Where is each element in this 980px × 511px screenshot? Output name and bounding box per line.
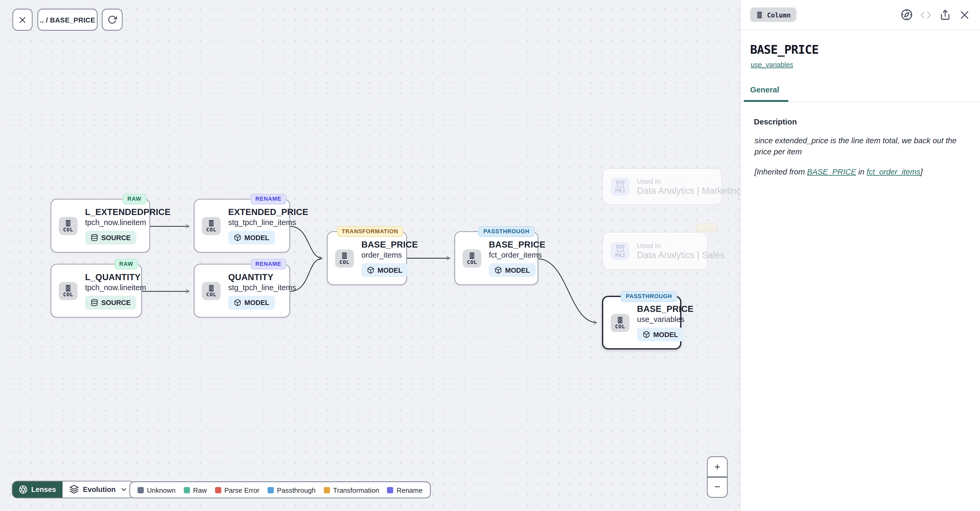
columns-icon <box>208 219 215 227</box>
chip-label: COL <box>467 259 477 265</box>
ghost-badge <box>695 223 718 232</box>
pill-label: MODEL <box>377 266 402 274</box>
column-chip: COL <box>611 314 630 331</box>
description-text: since extended_price is the line item to… <box>754 135 967 158</box>
inherited-column-link[interactable]: BASE_PRICE <box>807 167 856 176</box>
lineage-node-base-price-use-variables[interactable]: PASSTHROUGH COL BASE_PRICE use_variables… <box>602 296 681 350</box>
lineage-node-quantity[interactable]: RENAME COL QUANTITY stg_tpch_line_items … <box>194 264 290 318</box>
chip-label: COL <box>615 323 625 329</box>
edge-type-badge: RENAME <box>250 194 286 204</box>
lineage-node-base-price-fct-order-items[interactable]: PASSTHROUGH COL BASE_PRICE fct_order_ite… <box>455 231 538 285</box>
entity-type-label: Column <box>767 11 791 18</box>
app-window: .. / BASE_PRICE PRJ Used In Data Analyti… <box>0 0 980 511</box>
edge-type-badge: RAW <box>122 194 146 204</box>
node-subtitle: tpch_now.lineitem <box>85 218 146 227</box>
chip-label: COL <box>206 292 216 297</box>
lens-mode-label: Evolution <box>83 486 116 493</box>
breadcrumb-label: .. / BASE_PRICE <box>40 16 95 23</box>
node-title: BASE_PRICE <box>489 239 546 249</box>
legend-swatch <box>324 487 330 493</box>
close-lineage-button[interactable] <box>13 9 33 31</box>
chip-label: PRJ <box>615 252 625 258</box>
ghost-node-marketing[interactable]: PRJ Used In Data Analytics | Marketing <box>603 168 722 205</box>
breadcrumb[interactable]: .. / BASE_PRICE <box>38 9 98 31</box>
columns-icon <box>341 252 348 259</box>
legend-swatch <box>267 487 274 493</box>
pill-label: MODEL <box>244 299 269 306</box>
lineage-node-base-price-order-items[interactable]: TRANSFORMATION COL BASE_PRICE order_item… <box>327 231 407 285</box>
columns-icon <box>756 11 763 18</box>
node-subtitle: use_variables <box>637 315 684 324</box>
lineage-node-extended-price[interactable]: RENAME COL EXTENDED_PRICE stg_tpch_line_… <box>194 199 290 253</box>
description-heading: Description <box>754 118 980 126</box>
column-chip: COL <box>335 249 354 267</box>
node-subtitle: tpch_now.lineitem <box>85 283 146 292</box>
lenses-button[interactable]: Lenses <box>13 481 62 497</box>
project-chip: PRJ <box>611 178 630 196</box>
aperture-icon <box>19 485 27 494</box>
edge-type-badge: PASSTHROUGH <box>478 226 535 237</box>
node-title: BASE_PRICE <box>637 304 694 314</box>
inherited-model-link[interactable]: fct_order_items <box>867 167 920 176</box>
column-chip: COL <box>59 216 78 235</box>
entity-type-badge: Column <box>750 7 797 22</box>
layers-icon <box>69 485 78 494</box>
close-panel-button[interactable] <box>958 8 972 22</box>
legend-item: Raw <box>184 486 207 493</box>
materialization-pill: MODEL <box>361 263 408 277</box>
chip-label: COL <box>206 227 216 232</box>
zoom-in-button[interactable]: + <box>708 457 727 477</box>
ghost-title: Data Analytics | Sales <box>637 250 725 260</box>
node-subtitle: order_items <box>361 251 402 259</box>
export-button[interactable] <box>938 8 952 22</box>
chip-label: COL <box>63 227 73 232</box>
materialization-pill: MODEL <box>228 296 275 309</box>
legend-item: Rename <box>387 486 423 493</box>
zoom-out-button[interactable]: − <box>708 478 727 497</box>
project-chip: PRJ <box>611 242 630 260</box>
ghost-node-sales[interactable]: PRJ Used In Data Analytics | Sales <box>603 232 708 270</box>
node-title: L_QUANTITY <box>85 272 140 282</box>
zoom-control: + − <box>707 457 728 498</box>
pill-label: MODEL <box>505 266 530 274</box>
tab-general[interactable]: General <box>744 86 788 102</box>
column-chip: COL <box>202 282 221 300</box>
inherited-note: [Inherited from BASE_PRICE in fct_order_… <box>754 167 967 178</box>
lineage-canvas[interactable]: .. / BASE_PRICE PRJ Used In Data Analyti… <box>0 0 740 511</box>
database-icon <box>91 299 98 306</box>
lineage-node-l-quantity[interactable]: RAW COL L_QUANTITY tpch_now.lineitem SOU… <box>51 264 142 318</box>
legend-item: Unknown <box>138 486 176 493</box>
pill-label: SOURCE <box>102 299 131 306</box>
explore-compass-button[interactable] <box>899 8 913 22</box>
column-chip: COL <box>59 282 78 300</box>
chip-label: COL <box>339 259 350 265</box>
ghost-title: Data Analytics | Marketing <box>637 186 741 196</box>
model-link[interactable]: use_variables <box>751 60 793 68</box>
materialization-pill: MODEL <box>489 263 536 277</box>
materialization-pill: SOURCE <box>85 296 136 309</box>
lineage-node-l-extendedprice[interactable]: RAW COL L_EXTENDEDPRICE tpch_now.lineite… <box>51 199 150 253</box>
chevron-down-icon <box>120 486 127 493</box>
chip-label: PRJ <box>615 188 625 194</box>
edge-type-badge: PASSTHROUGH <box>621 291 677 302</box>
columns-icon <box>64 284 72 291</box>
archive-icon <box>616 180 624 188</box>
legend-swatch <box>184 487 190 493</box>
lens-mode-dropdown[interactable]: Evolution <box>62 481 134 497</box>
materialization-pill: MODEL <box>637 328 684 341</box>
node-subtitle: stg_tpch_line_items <box>228 218 296 227</box>
columns-icon <box>468 252 476 259</box>
legend-item: Transformation <box>324 486 379 493</box>
refresh-icon <box>108 15 117 24</box>
node-title: L_EXTENDEDPRICE <box>85 207 170 217</box>
chip-label: COL <box>63 292 73 297</box>
close-icon <box>959 9 970 21</box>
refresh-button[interactable] <box>102 9 123 31</box>
pill-label: MODEL <box>244 234 269 241</box>
node-title: BASE_PRICE <box>361 239 418 249</box>
ghost-kicker: Used In <box>637 242 725 249</box>
materialization-pill: SOURCE <box>85 231 136 244</box>
edge-type-badge: RENAME <box>250 259 286 269</box>
panel-header: Column <box>741 0 980 30</box>
edge-type-badge: TRANSFORMATION <box>337 226 403 237</box>
